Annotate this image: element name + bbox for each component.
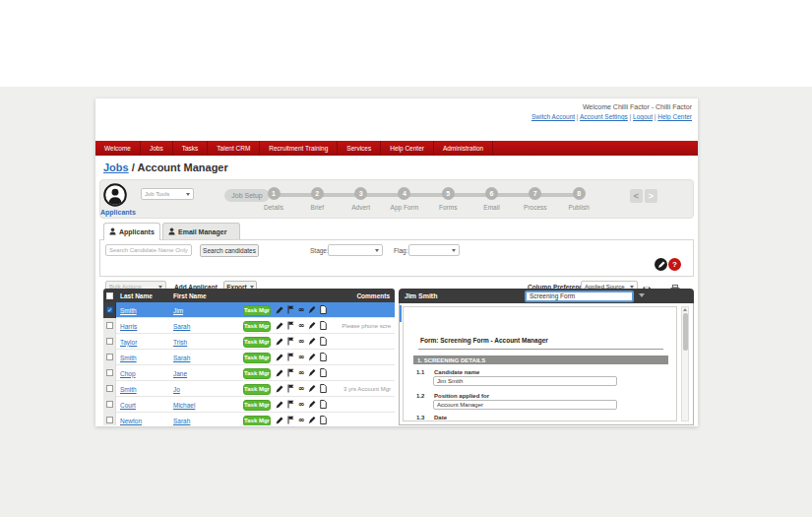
document-icon[interactable]: [319, 368, 327, 377]
job-tools-select[interactable]: Job Tools: [141, 188, 194, 200]
step-circle-email[interactable]: 6: [485, 187, 498, 200]
document-icon[interactable]: [319, 416, 327, 424]
pen-icon[interactable]: [308, 400, 316, 409]
pen-icon[interactable]: [308, 321, 316, 330]
link-icon[interactable]: ∞: [297, 321, 305, 330]
link-icon[interactable]: ∞: [297, 353, 305, 361]
row-checkbox[interactable]: [106, 354, 113, 360]
table-row[interactable]: Taylor Trish Task Mgr ∞: [103, 334, 395, 350]
task-mgr-button[interactable]: Task Mgr: [243, 321, 271, 332]
task-mgr-button[interactable]: Task Mgr: [243, 400, 271, 411]
field-value[interactable]: Jim Smith: [433, 376, 617, 386]
nav-item-jobs[interactable]: Jobs: [141, 141, 173, 156]
last-name-link[interactable]: Court: [120, 402, 136, 409]
link-icon[interactable]: ∞: [297, 400, 305, 409]
document-icon[interactable]: [319, 321, 327, 330]
scroll-up-icon[interactable]: [683, 308, 687, 311]
table-row[interactable]: Smith Jo Task Mgr ∞ 3 yrs Account Mgr: [103, 381, 395, 397]
pencil-icon[interactable]: [276, 321, 283, 330]
row-checkbox[interactable]: [106, 417, 113, 423]
pencil-icon[interactable]: [276, 416, 283, 424]
last-name-link[interactable]: Newton: [120, 418, 142, 424]
pencil-icon[interactable]: [276, 400, 283, 409]
task-mgr-button[interactable]: Task Mgr: [243, 305, 271, 316]
last-name-link[interactable]: Smith: [120, 355, 137, 361]
row-checkbox[interactable]: [106, 369, 113, 376]
pen-icon[interactable]: [308, 353, 316, 361]
form-select[interactable]: Screening Form: [525, 291, 634, 302]
step-circle-details[interactable]: 1: [268, 187, 281, 200]
account-link-help-center[interactable]: Help Center: [657, 113, 692, 120]
pencil-icon[interactable]: [276, 337, 283, 346]
tab-applicants[interactable]: Applicants: [103, 223, 160, 240]
pen-icon[interactable]: [308, 305, 316, 314]
pencil-icon[interactable]: [276, 353, 283, 361]
account-link-account-settings[interactable]: Account Settings: [580, 113, 628, 120]
link-icon[interactable]: ∞: [297, 384, 305, 393]
stage-select[interactable]: [328, 244, 383, 256]
pen-icon[interactable]: [308, 416, 316, 424]
last-name-link[interactable]: Taylor: [120, 339, 137, 346]
nav-item-welcome[interactable]: Welcome: [95, 141, 141, 156]
flag-icon[interactable]: [286, 368, 294, 377]
table-row[interactable]: Chop Jane Task Mgr ∞: [103, 365, 395, 381]
row-checkbox[interactable]: ✓: [106, 306, 113, 313]
flag-icon[interactable]: [286, 400, 294, 409]
link-icon[interactable]: ∞: [297, 368, 305, 377]
search-input[interactable]: [105, 244, 192, 256]
last-name-link[interactable]: Smith: [120, 386, 137, 393]
document-icon[interactable]: [319, 353, 327, 361]
job-setup-button[interactable]: Job Setup: [224, 189, 270, 202]
flag-icon[interactable]: [286, 416, 294, 424]
table-row[interactable]: Smith Sarah Task Mgr ∞: [103, 350, 395, 365]
flag-icon[interactable]: [286, 353, 294, 361]
row-checkbox[interactable]: [106, 322, 113, 329]
applicants-avatar-label[interactable]: Applicants: [100, 209, 136, 216]
nav-item-tasks[interactable]: Tasks: [173, 141, 209, 156]
task-mgr-button[interactable]: Task Mgr: [243, 353, 271, 363]
applicant-avatar-icon[interactable]: [103, 183, 127, 207]
first-name-link[interactable]: Sarah: [173, 418, 190, 424]
search-candidates-button[interactable]: Search candidates: [200, 244, 259, 257]
account-link-switch-account[interactable]: Switch Account: [531, 113, 575, 120]
scrollbar-thumb[interactable]: [683, 313, 688, 351]
flag-icon[interactable]: [286, 384, 294, 393]
first-name-link[interactable]: Jo: [173, 386, 180, 393]
help-circle-icon[interactable]: ?: [668, 258, 681, 271]
document-icon[interactable]: [319, 305, 327, 314]
step-circle-advert[interactable]: 3: [354, 187, 367, 200]
step-circle-brief[interactable]: 2: [311, 187, 324, 200]
task-mgr-button[interactable]: Task Mgr: [243, 337, 271, 348]
first-name-link[interactable]: Sarah: [173, 323, 190, 330]
form-scrollbar[interactable]: [681, 306, 689, 421]
field-value[interactable]: Account Manager: [433, 400, 617, 410]
first-name-link[interactable]: Sarah: [173, 355, 190, 361]
account-link-logout[interactable]: Logout: [633, 113, 653, 120]
table-row[interactable]: Harris Sarah Task Mgr ∞ Please phone scr…: [103, 318, 395, 334]
pen-icon[interactable]: [308, 384, 316, 393]
tab-email-manager[interactable]: Email Manager: [162, 223, 240, 240]
task-mgr-button[interactable]: Task Mgr: [243, 416, 271, 426]
chevron-down-icon[interactable]: [639, 293, 645, 297]
table-row[interactable]: ✓ Smith Jim Task Mgr ∞: [103, 302, 395, 318]
first-name-link[interactable]: Jim: [173, 307, 183, 314]
pen-icon[interactable]: [308, 337, 316, 346]
first-name-link[interactable]: Trish: [173, 339, 187, 346]
link-icon[interactable]: ∞: [297, 305, 305, 314]
nav-item-help-center[interactable]: Help Center: [381, 141, 434, 156]
row-checkbox[interactable]: [106, 338, 113, 345]
flag-icon[interactable]: [286, 305, 294, 314]
breadcrumb-jobs-link[interactable]: Jobs: [103, 162, 129, 173]
document-icon[interactable]: [319, 400, 327, 409]
flag-icon[interactable]: [286, 337, 294, 346]
last-name-link[interactable]: Chop: [120, 370, 136, 377]
last-name-link[interactable]: Smith: [120, 307, 137, 314]
flag-select[interactable]: [408, 244, 460, 256]
document-icon[interactable]: [319, 337, 327, 346]
pencil-icon[interactable]: [276, 368, 283, 377]
nav-item-recruitment-training[interactable]: Recruitment Training: [260, 141, 338, 156]
table-row[interactable]: Court Michael Task Mgr ∞: [103, 397, 395, 413]
pencil-icon[interactable]: [276, 305, 283, 314]
step-circle-publish[interactable]: 8: [573, 187, 586, 200]
document-icon[interactable]: [319, 384, 327, 393]
